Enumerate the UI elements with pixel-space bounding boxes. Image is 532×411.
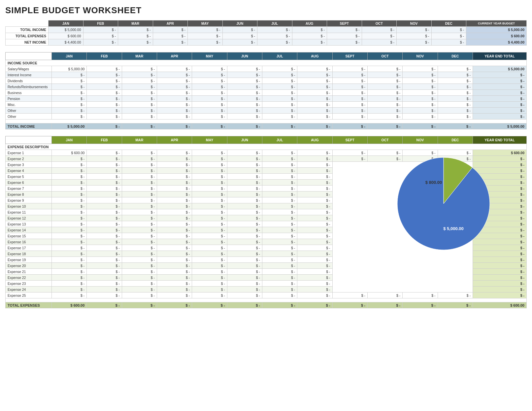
summary-section: JANFEBMARAPRMAYJUNJULAUGSEPTOCTNOVDECCUR… [5, 20, 527, 46]
expenses-table: EXPENSESJANFEBMARAPRMAYJUNJULAUGSEPTOCTN… [5, 136, 527, 308]
income-table: INCOMEJANFEBMARAPRMAYJUNJULAUGSEPTOCTNOV… [5, 52, 527, 129]
expenses-section: EXPENSESJANFEBMARAPRMAYJUNJULAUGSEPTOCTN… [5, 136, 527, 308]
income-section: INCOMEJANFEBMARAPRMAYJUNJULAUGSEPTOCTNOV… [5, 52, 527, 129]
summary-table: JANFEBMARAPRMAYJUNJULAUGSEPTOCTNOVDECCUR… [5, 20, 527, 46]
page-title: SIMPLE BUDGET WORKSHEET [5, 5, 527, 16]
